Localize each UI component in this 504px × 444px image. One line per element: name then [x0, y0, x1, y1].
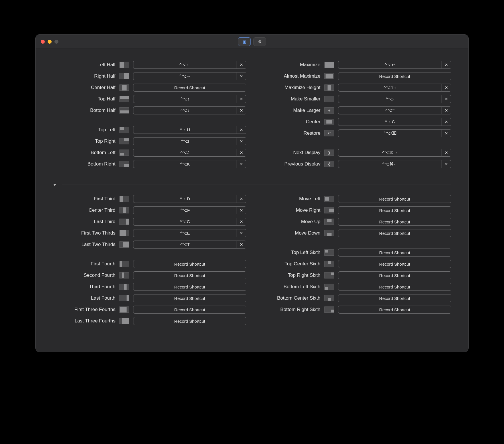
zoom-window-button[interactable] [54, 40, 58, 44]
move-up-icon [324, 219, 334, 225]
top-left-icon [119, 127, 129, 133]
row-last-third: Last Third^⌥G✕ [53, 216, 246, 227]
shortcut-field-second-fourth[interactable]: Record Shortcut [133, 271, 246, 279]
row-bottom-center-sixth: Bottom Center SixthRecord Shortcut [258, 292, 451, 304]
shortcut-field-first-two-thirds[interactable]: ^⌥E [133, 229, 237, 237]
shortcut-field-last-three-fourths[interactable]: Record Shortcut [133, 317, 246, 325]
label-last-third: Last Third [53, 219, 115, 225]
tab-settings[interactable]: ⚙ [253, 37, 266, 46]
label-move-up: Move Up [258, 219, 320, 225]
shortcut-field-top-left-sixth[interactable]: Record Shortcut [338, 249, 451, 257]
shortcut-field-move-left[interactable]: Record Shortcut [338, 195, 451, 203]
shortcut-field-bottom-center-sixth[interactable]: Record Shortcut [338, 294, 451, 302]
label-top-right: Top Right [53, 138, 115, 144]
shortcut-field-move-right[interactable]: Record Shortcut [338, 206, 451, 214]
minimize-window-button[interactable] [48, 40, 52, 44]
label-first-third: First Third [53, 196, 115, 202]
label-last-fourth: Last Fourth [53, 295, 115, 301]
row-center: Center^⌥C✕ [258, 116, 451, 128]
v2-3-icon [119, 207, 129, 213]
shortcut-field-maximize-height[interactable]: ^⌥⇧↑ [338, 84, 442, 92]
row-top-center-sixth: Top Center SixthRecord Shortcut [258, 258, 451, 270]
row-next-display: Next Display❯^⌥⌘→✕ [258, 147, 451, 158]
clear-shortcut-bottom-half[interactable]: ✕ [237, 106, 246, 114]
label-first-fourth: First Fourth [53, 261, 115, 267]
clear-shortcut-next-display[interactable]: ✕ [442, 149, 451, 157]
v23-3-icon [119, 241, 129, 248]
top-half-icon [119, 96, 129, 102]
shortcut-field-move-down[interactable]: Record Shortcut [338, 229, 451, 237]
clear-shortcut-left-half[interactable]: ✕ [237, 61, 246, 69]
clear-shortcut-center-third[interactable]: ✕ [237, 206, 246, 214]
shortcut-field-right-half[interactable]: ^⌥→ [133, 72, 237, 80]
row-first-fourth: First FourthRecord Shortcut [53, 258, 246, 270]
label-maximize: Maximize [258, 62, 320, 68]
shortcut-field-third-fourth[interactable]: Record Shortcut [133, 283, 246, 291]
shortcut-field-top-right-sixth[interactable]: Record Shortcut [338, 271, 451, 279]
shortcut-field-top-right[interactable]: ^⌥I [133, 137, 237, 145]
shortcut-field-bottom-half[interactable]: ^⌥↓ [133, 106, 237, 114]
clear-shortcut-last-two-thirds[interactable]: ✕ [237, 241, 246, 249]
row-center-third: Center Third^⌥F✕ [53, 205, 246, 216]
clear-shortcut-first-third[interactable]: ✕ [237, 195, 246, 203]
clear-shortcut-center[interactable]: ✕ [442, 118, 451, 126]
label-bottom-right-sixth: Bottom Right Sixth [258, 307, 320, 312]
shortcut-field-last-two-thirds[interactable]: ^⌥T [133, 241, 237, 249]
shortcut-field-last-fourth[interactable]: Record Shortcut [133, 294, 246, 302]
row-top-half: Top Half^⌥↑✕ [53, 93, 246, 105]
shortcut-field-bottom-left-sixth[interactable]: Record Shortcut [338, 283, 451, 291]
shortcut-field-center-third[interactable]: ^⌥F [133, 206, 237, 214]
clear-shortcut-maximize[interactable]: ✕ [442, 61, 451, 69]
close-window-button[interactable] [41, 40, 45, 44]
shortcut-field-first-fourth[interactable]: Record Shortcut [133, 260, 246, 268]
disclosure-toggle[interactable]: ▼ [52, 182, 57, 187]
shortcut-field-bottom-right-sixth[interactable]: Record Shortcut [338, 306, 451, 314]
clear-shortcut-make-larger[interactable]: ✕ [442, 106, 451, 114]
shortcut-group: First Third^⌥D✕Center Third^⌥F✕Last Thir… [53, 193, 246, 250]
clear-shortcut-top-half[interactable]: ✕ [237, 95, 246, 103]
clear-shortcut-right-half[interactable]: ✕ [237, 72, 246, 80]
shortcut-field-center[interactable]: ^⌥C [338, 118, 442, 126]
shortcut-field-next-display[interactable]: ^⌥⌘→ [338, 149, 442, 157]
shortcut-field-move-up[interactable]: Record Shortcut [338, 218, 451, 226]
clear-shortcut-maximize-height[interactable]: ✕ [442, 84, 451, 92]
shortcut-field-almost-maximize[interactable]: Record Shortcut [338, 72, 451, 80]
shortcut-field-bottom-left[interactable]: ^⌥J [133, 149, 237, 157]
shortcut-field-first-third[interactable]: ^⌥D [133, 195, 237, 203]
tab-shortcuts[interactable]: ▣ [238, 37, 251, 46]
clear-shortcut-top-left[interactable]: ✕ [237, 126, 246, 134]
shortcut-field-top-half[interactable]: ^⌥↑ [133, 95, 237, 103]
clear-shortcut-last-third[interactable]: ✕ [237, 218, 246, 226]
center-icon [324, 119, 334, 125]
shortcut-field-first-three-fourths[interactable]: Record Shortcut [133, 306, 246, 314]
shortcut-field-make-smaller[interactable]: ^⌥- [338, 95, 442, 103]
max-h-icon [324, 84, 334, 91]
shortcut-field-restore[interactable]: ^⌥⌫ [338, 129, 442, 137]
shortcut-field-left-half[interactable]: ^⌥← [133, 61, 237, 69]
label-last-three-fourths: Last Three Fourths [53, 318, 115, 324]
v2-4-icon [119, 272, 129, 278]
label-top-left: Top Left [53, 127, 115, 133]
v123-4-icon [119, 306, 129, 313]
clear-shortcut-top-right[interactable]: ✕ [237, 137, 246, 145]
move-left-icon [324, 196, 334, 202]
clear-shortcut-previous-display[interactable]: ✕ [442, 160, 451, 168]
clear-shortcut-first-two-thirds[interactable]: ✕ [237, 229, 246, 237]
label-bottom-center-sixth: Bottom Center Sixth [258, 295, 320, 301]
shortcut-field-center-half[interactable]: Record Shortcut [133, 84, 246, 92]
shortcut-field-last-third[interactable]: ^⌥G [133, 218, 237, 226]
row-make-larger: Make Larger+^⌥=✕ [258, 105, 451, 116]
shortcut-field-bottom-right[interactable]: ^⌥K [133, 160, 237, 168]
shortcut-field-top-center-sixth[interactable]: Record Shortcut [338, 260, 451, 268]
clear-shortcut-bottom-left[interactable]: ✕ [237, 149, 246, 157]
shortcut-field-maximize[interactable]: ^⌥↩ [338, 61, 442, 69]
shortcut-field-make-larger[interactable]: ^⌥= [338, 106, 442, 114]
shortcut-field-top-left[interactable]: ^⌥U [133, 126, 237, 134]
clear-shortcut-bottom-right[interactable]: ✕ [237, 160, 246, 168]
clear-shortcut-restore[interactable]: ✕ [442, 129, 451, 137]
gear-icon: ⚙ [258, 39, 262, 44]
label-right-half: Right Half [53, 73, 115, 79]
content: Left Half^⌥←✕Right Half^⌥→✕Center HalfRe… [36, 49, 468, 352]
clear-shortcut-make-smaller[interactable]: ✕ [442, 95, 451, 103]
shortcut-field-previous-display[interactable]: ^⌥⌘← [338, 160, 442, 168]
